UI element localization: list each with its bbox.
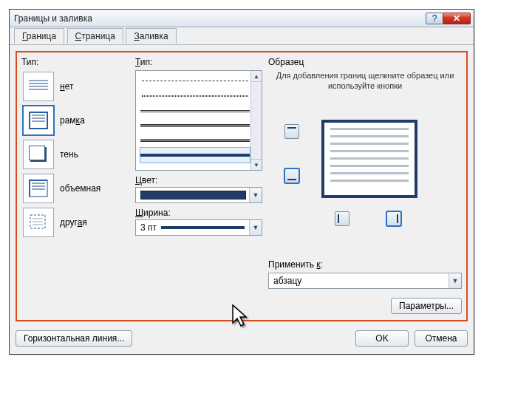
chevron-down-icon: ▼ [249,188,262,202]
color-swatch [140,191,246,200]
tab-fill[interactable]: Заливка [126,28,176,44]
content-pane: Тип: нет рамка [16,51,468,321]
scroll-up-icon[interactable]: ▲ [251,71,262,82]
setting-column: Тип: нет рамка [21,57,131,316]
edge-left-button[interactable] [335,211,349,226]
style-listbox[interactable]: ▲ ▼ [135,70,262,171]
setting-none-icon [23,72,54,101]
preview-page[interactable] [321,120,417,198]
style-scrollbar[interactable]: ▲ ▼ [250,71,262,170]
setting-label: Тип: [21,57,131,67]
close-button[interactable]: ✕ [443,13,471,24]
setting-shadow[interactable]: тень [21,138,131,171]
dialog-title: Границы и заливка [14,13,92,24]
tab-page[interactable]: Страница [67,28,123,44]
preview-instruction: Для добавления границ щелкните образец и… [268,70,462,92]
width-combo[interactable]: 3 пт ▼ [135,219,262,236]
options-button[interactable]: Параметры... [391,298,462,314]
apply-to-row: Применить к: абзацу ▼ [268,259,462,289]
horizontal-line-button[interactable]: Горизонтальная линия... [16,330,132,347]
custom-icon [28,213,49,232]
setting-shadow-icon [23,140,54,169]
help-button[interactable]: ? [426,13,443,24]
setting-box-icon [23,106,54,135]
scroll-down-icon[interactable]: ▼ [251,159,262,170]
preview-column: Образец Для добавления границ щелкните о… [268,57,462,316]
tab-bar: Граница Страница Заливка [10,27,474,45]
tab-border[interactable]: Граница [14,28,64,44]
window-controls: ? ✕ [426,13,471,24]
style-column: Тип: ▲ ▼ Цвет: ▼ Ширина: 3 пт [135,57,262,316]
borders-shading-dialog: Границы и заливка ? ✕ Граница Страница З… [9,9,474,355]
cancel-button[interactable]: Отмена [415,330,468,347]
setting-box[interactable]: рамка [21,104,131,137]
close-icon: ✕ [453,14,460,23]
edge-bottom-button[interactable] [284,168,299,183]
preview-area [268,99,462,232]
setting-3d-icon [23,174,54,203]
edge-top-button[interactable] [284,124,299,139]
dialog-button-bar: Горизонтальная линия... OK Отмена [16,330,468,347]
setting-3d[interactable]: объемная [21,172,131,205]
color-combo[interactable]: ▼ [135,187,262,203]
setting-custom[interactable]: другая [21,206,131,239]
edge-right-button[interactable] [386,211,401,226]
setting-custom-icon [23,208,54,237]
width-line-preview [161,226,245,229]
apply-to-combo[interactable]: абзацу ▼ [268,273,462,289]
titlebar: Границы и заливка ? ✕ [10,10,474,27]
preview-label: Образец [268,57,462,67]
chevron-down-icon: ▼ [449,273,461,288]
ok-button[interactable]: OK [355,330,409,347]
chevron-down-icon: ▼ [249,220,262,235]
setting-none[interactable]: нет [21,70,131,103]
